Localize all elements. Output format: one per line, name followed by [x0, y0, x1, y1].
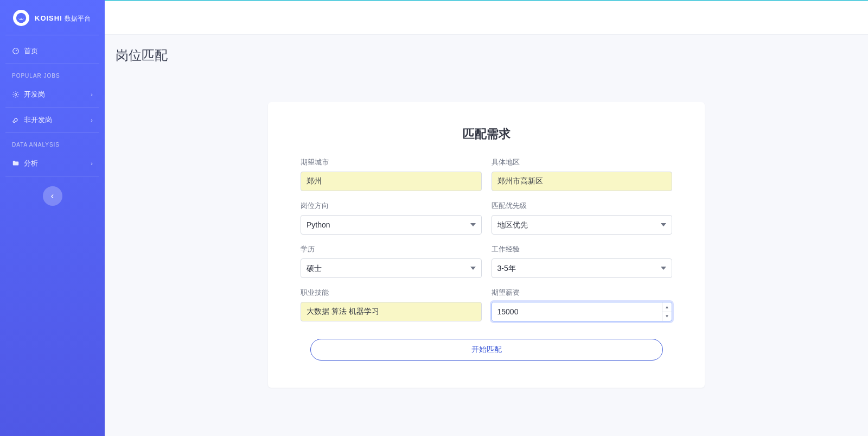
salary-input-wrapper: ▲ ▼ — [492, 302, 673, 321]
sidebar-item-label: 分析 — [24, 159, 38, 168]
salary-label: 期望薪资 — [492, 288, 673, 298]
chevron-right-icon: › — [91, 91, 93, 98]
exp-select[interactable]: 3-5年 — [492, 258, 673, 278]
salary-step-up[interactable]: ▲ — [662, 302, 672, 312]
sidebar-nav: 首页 POPULAR JOBS 开发岗 › 非开发岗 › DATA ANALYS… — [0, 35, 105, 176]
chevron-right-icon: › — [91, 117, 93, 123]
chevron-right-icon: › — [91, 160, 93, 167]
sidebar: KOISHI数据平台 首页 POPULAR JOBS 开发岗 › 非开发岗 › … — [0, 0, 105, 436]
main: 岗位匹配 匹配需求 期望城市 具体地区 岗位方向 Python — [105, 0, 868, 436]
priority-label: 匹配优先级 — [492, 201, 673, 211]
sidebar-item-label: 开发岗 — [24, 90, 45, 99]
sidebar-item-analysis[interactable]: 分析 › — [5, 151, 99, 176]
form-title: 匹配需求 — [301, 126, 672, 142]
sidebar-collapse-button[interactable]: ‹ — [43, 186, 62, 206]
brand-logo-icon — [13, 10, 29, 26]
sidebar-item-nondev-jobs[interactable]: 非开发岗 › — [5, 108, 99, 133]
edu-select[interactable]: 硕士 — [301, 258, 482, 278]
priority-select[interactable]: 地区优先 — [492, 215, 673, 235]
folder-icon — [12, 160, 20, 167]
sidebar-item-label: 首页 — [24, 46, 38, 56]
svg-point-0 — [16, 13, 26, 23]
salary-step-down[interactable]: ▼ — [662, 312, 672, 321]
sidebar-section-title-analysis: DATA ANALYSIS — [5, 133, 99, 151]
sidebar-item-dev-jobs[interactable]: 开发岗 › — [5, 82, 99, 108]
chevron-left-icon: ‹ — [51, 191, 54, 201]
area-label: 具体地区 — [492, 157, 673, 167]
start-match-button[interactable]: 开始匹配 — [310, 339, 663, 361]
direction-select[interactable]: Python — [301, 215, 482, 235]
city-input[interactable] — [301, 172, 482, 191]
match-form-card: 匹配需求 期望城市 具体地区 岗位方向 Python 匹配优先级 — [268, 102, 705, 388]
salary-spinner: ▲ ▼ — [662, 302, 672, 321]
skill-label: 职业技能 — [301, 288, 482, 298]
topbar — [105, 0, 868, 35]
sidebar-section-title-popular: POPULAR JOBS — [5, 64, 99, 82]
brand: KOISHI数据平台 — [5, 0, 99, 35]
exp-label: 工作经验 — [492, 244, 673, 254]
edu-label: 学历 — [301, 244, 482, 254]
dashboard-icon — [12, 47, 20, 55]
sidebar-item-label: 非开发岗 — [24, 115, 52, 125]
area-input[interactable] — [492, 172, 673, 191]
city-label: 期望城市 — [301, 157, 482, 167]
page-title: 岗位匹配 — [116, 47, 857, 64]
skill-input[interactable] — [301, 302, 482, 321]
wrench-icon — [12, 116, 20, 124]
direction-label: 岗位方向 — [301, 201, 482, 211]
svg-point-2 — [15, 93, 17, 96]
brand-name: KOISHI数据平台 — [35, 13, 91, 23]
sidebar-item-home[interactable]: 首页 — [5, 39, 99, 64]
content: 岗位匹配 匹配需求 期望城市 具体地区 岗位方向 Python — [105, 35, 868, 436]
gear-icon — [12, 91, 20, 98]
salary-input[interactable] — [492, 302, 662, 321]
